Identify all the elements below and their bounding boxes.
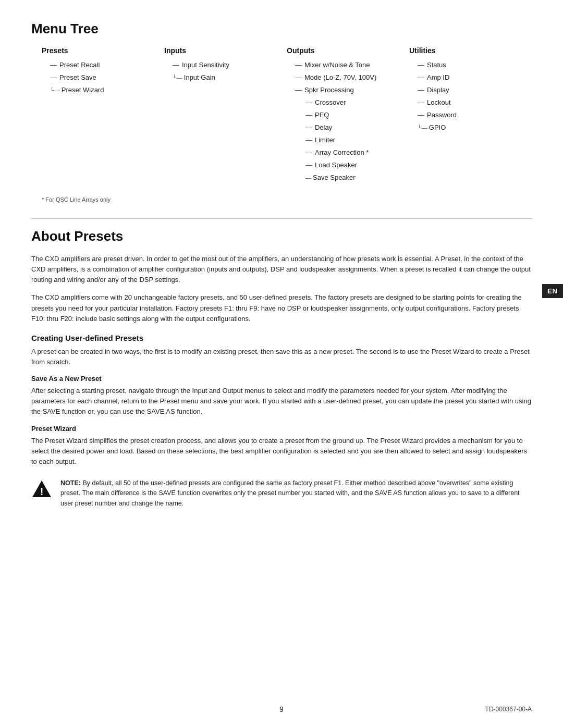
about-presets-section: About Presets The CXD amplifiers are pre… [31,228,532,509]
crossover-label: Crossover [315,98,346,106]
peq-label: PEQ [315,111,329,119]
list-item: Amp ID [418,73,532,81]
mixer-label: Mixer w/Noise & Tone [304,61,370,69]
list-item: Array Correction * [295,149,409,156]
utilities-header: Utilities [409,46,532,55]
list-item: Preset Wizard [50,86,164,94]
utilities-items: Status Amp ID Display Lockout Password G… [409,61,532,131]
list-item: Status [418,61,532,69]
lockout-label: Lockout [427,98,451,106]
presets-column: Presets Preset Recall Preset Save Preset… [42,46,164,186]
en-badge: EN [542,284,563,298]
input-sensitivity-label: Input Sensitivity [182,61,229,69]
load-speaker-label: Load Speaker [315,161,357,169]
inputs-column: Inputs Input Sensitivity Input Gain [164,46,287,186]
page-footer: 9 TD-000367-00-A [0,705,563,713]
about-presets-title: About Presets [31,228,532,244]
menu-tree-columns: Presets Preset Recall Preset Save Preset… [42,46,532,186]
list-item: Input Gain [173,73,287,81]
note-text: NOTE: By default, all 50 of the user-def… [60,478,532,509]
list-item: Preset Save [50,73,164,81]
input-gain-label: Input Gain [184,73,215,81]
save-as-title: Save As a New Preset [31,375,532,382]
gpio-label: GPIO [429,124,446,131]
list-item: Mixer w/Noise & Tone [295,61,409,69]
display-label: Display [427,86,449,94]
outputs-column: Outputs Mixer w/Noise & Tone Mode (Lo-Z,… [287,46,409,186]
list-item: Lockout [418,98,532,106]
save-as-body: After selecting a starting preset, navig… [31,386,532,417]
status-label: Status [427,61,446,69]
note-label: NOTE: [60,479,81,487]
warning-icon: ! [31,478,52,499]
creating-presets-body: A preset can be created in two ways, the… [31,347,532,367]
list-item: Password [418,111,532,119]
list-item: Crossover [295,98,409,106]
doc-number: TD-000367-00-A [485,706,532,713]
preset-wizard-label: Preset Wizard [62,86,104,94]
outputs-header: Outputs [287,46,409,55]
section-divider [31,218,532,219]
list-item: Input Sensitivity [173,61,287,69]
preset-wizard-title: Preset Wizard [31,425,532,433]
limiter-label: Limiter [315,136,335,144]
list-item: PEQ [295,111,409,119]
list-item: Load Speaker [295,161,409,169]
list-item: GPIO [418,124,532,131]
svg-text:!: ! [40,486,44,497]
inputs-header: Inputs [164,46,287,55]
list-item: Display [418,86,532,94]
about-presets-body2: The CXD amplifiers come with 20 unchange… [31,292,532,324]
list-item: Limiter [295,136,409,144]
note-box: ! NOTE: By default, all 50 of the user-d… [31,478,532,509]
mode-label: Mode (Lo-Z, 70V, 100V) [304,73,376,81]
delay-label: Delay [315,124,332,131]
presets-header: Presets [42,46,164,55]
inputs-items: Input Sensitivity Input Gain [164,61,287,81]
list-item: Delay [295,124,409,131]
menu-tree-title: Menu Tree [31,21,532,37]
list-item: Mode (Lo-Z, 70V, 100V) [295,73,409,81]
preset-wizard-body: The Preset Wizard simplifies the preset … [31,436,532,467]
save-speaker-label: Save Speaker [313,174,356,181]
list-item: Spkr Processing [295,86,409,94]
amp-id-label: Amp ID [427,73,449,81]
outputs-items: Mixer w/Noise & Tone Mode (Lo-Z, 70V, 10… [287,61,409,181]
page-number: 9 [198,705,365,713]
creating-presets-title: Creating User-defined Presets [31,334,532,342]
utilities-column: Utilities Status Amp ID Display Lockout … [409,46,532,186]
presets-items: Preset Recall Preset Save Preset Wizard [42,61,164,94]
spkr-label: Spkr Processing [304,86,354,94]
preset-save-label: Preset Save [59,73,96,81]
menu-tree-footnote: * For QSC Line Arrays only [42,196,532,203]
list-item: Preset Recall [50,61,164,69]
password-label: Password [427,111,457,119]
list-item: Save Speaker [295,174,409,181]
note-body: By default, all 50 of the user-defined p… [60,479,520,507]
menu-tree-section: Menu Tree Presets Preset Recall Preset S… [31,21,532,203]
about-presets-body1: The CXD amplifiers are preset driven. In… [31,254,532,285]
preset-recall-label: Preset Recall [59,61,100,69]
array-correction-label: Array Correction * [315,149,369,156]
